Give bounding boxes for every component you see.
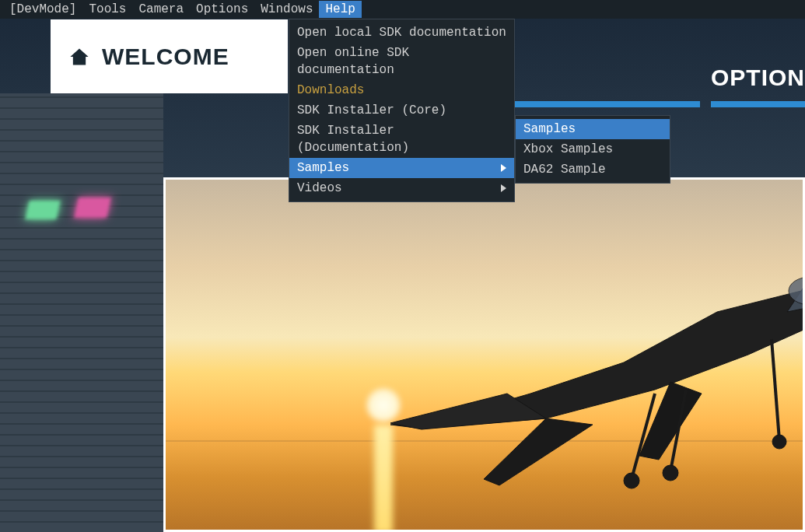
menubar-options[interactable]: Options <box>190 1 254 18</box>
tab-options[interactable]: OPTION <box>711 65 805 91</box>
svg-point-1 <box>624 473 639 488</box>
menubar-help[interactable]: Help <box>319 1 361 18</box>
menu-open-local-sdk-docs[interactable]: Open local SDK documentation <box>289 23 514 43</box>
menu-sdk-installer-core[interactable]: SDK Installer (Core) <box>289 100 514 121</box>
tab-welcome[interactable]: WELCOME <box>51 19 288 93</box>
fighter-jet <box>390 238 805 502</box>
submenu-samples[interactable]: Samples <box>516 119 670 139</box>
menu-downloads-section: Downloads <box>289 80 514 100</box>
menu-sdk-installer-docs[interactable]: SDK Installer (Documentation) <box>289 121 514 158</box>
aircraft-preview-panel <box>163 177 805 532</box>
menubar-camera[interactable]: Camera <box>132 1 190 18</box>
tab-underline-2 <box>711 101 805 107</box>
menubar-tools[interactable]: Tools <box>82 1 132 18</box>
svg-point-3 <box>772 435 786 449</box>
dev-menubar: [DevMode] Tools Camera Options Windows H… <box>0 0 805 19</box>
hangar-light-pink <box>74 198 111 218</box>
menubar-windows[interactable]: Windows <box>254 1 319 18</box>
help-dropdown: Open local SDK documentation Open online… <box>289 19 515 202</box>
chevron-right-icon <box>501 184 506 192</box>
menu-samples[interactable]: Samples <box>289 158 514 178</box>
menu-videos[interactable]: Videos <box>289 178 514 198</box>
tab-options-label: OPTION <box>711 65 805 90</box>
samples-submenu: Samples Xbox Samples DA62 Sample <box>515 115 670 184</box>
tab-welcome-label: WELCOME <box>102 44 229 70</box>
chevron-right-icon <box>501 164 506 172</box>
svg-point-2 <box>663 465 678 481</box>
submenu-da62-sample[interactable]: DA62 Sample <box>516 159 670 180</box>
home-icon <box>68 46 91 68</box>
submenu-xbox-samples[interactable]: Xbox Samples <box>516 139 670 159</box>
menubar-devmode[interactable]: [DevMode] <box>3 1 82 18</box>
menu-open-online-sdk-docs[interactable]: Open online SDK documentation <box>289 43 514 80</box>
hangar-light-green <box>25 201 60 219</box>
